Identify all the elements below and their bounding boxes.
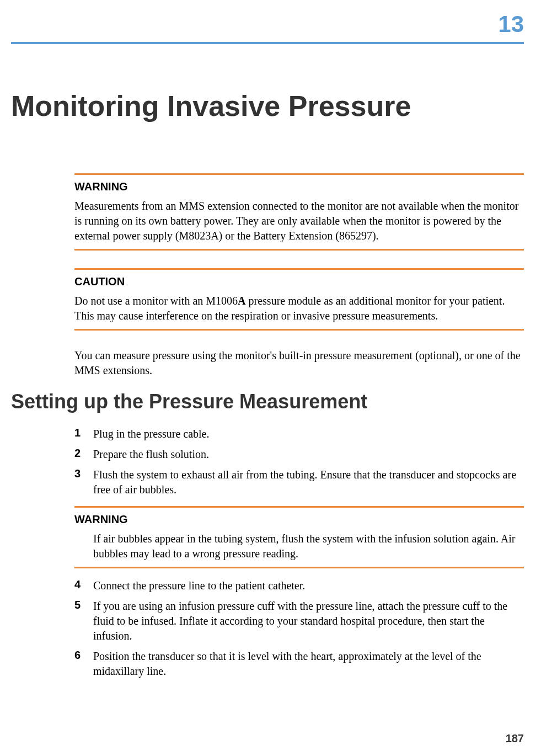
step-number: 3 xyxy=(74,467,93,480)
page-header: 13 xyxy=(0,0,557,44)
content-block: WARNING Measurements from an MMS extensi… xyxy=(74,173,524,378)
step-number: 1 xyxy=(74,427,93,439)
step-number: 6 xyxy=(74,649,93,662)
list-item: 6 Position the transducer so that it is … xyxy=(74,649,524,679)
admonition-rule-bottom xyxy=(74,567,524,568)
warning-block-2: WARNING If air bubbles appear in the tub… xyxy=(74,506,524,568)
header-rule xyxy=(11,42,524,44)
step-text: Prepare the flush solution. xyxy=(93,447,524,462)
admonition-rule-top xyxy=(74,268,524,270)
intro-paragraph: You can measure pressure using the monit… xyxy=(74,348,524,378)
list-item: 5 If you are using an infusion pressure … xyxy=(74,599,524,643)
caution-block-1: CAUTION Do not use a monitor with an M10… xyxy=(74,268,524,331)
steps-list: 1 Plug in the pressure cable. 2 Prepare … xyxy=(74,427,524,679)
caution-bold: A xyxy=(238,295,245,307)
caution-text: Do not use a monitor with an M1006A pres… xyxy=(74,294,524,323)
page-number: 187 xyxy=(506,732,524,745)
chapter-number: 13 xyxy=(0,11,557,38)
step-number: 4 xyxy=(74,578,93,591)
step-number: 2 xyxy=(74,447,93,460)
caution-label: CAUTION xyxy=(74,275,524,288)
step-text: If you are using an infusion pressure cu… xyxy=(93,599,524,643)
chapter-title: Monitoring Invasive Pressure xyxy=(11,89,557,123)
list-item: 1 Plug in the pressure cable. xyxy=(74,427,524,441)
list-item: 4 Connect the pressure line to the patie… xyxy=(74,578,524,593)
step-text: Position the transducer so that it is le… xyxy=(93,649,524,679)
section-heading: Setting up the Pressure Measurement xyxy=(11,390,557,413)
step-text: Plug in the pressure cable. xyxy=(93,427,524,441)
warning-text: Measurements from an MMS extension conne… xyxy=(74,199,524,243)
step-text: Connect the pressure line to the patient… xyxy=(93,578,524,593)
caution-prefix: Do not use a monitor with an M1006 xyxy=(74,295,238,307)
warning-block-1: WARNING Measurements from an MMS extensi… xyxy=(74,173,524,251)
list-item: 2 Prepare the flush solution. xyxy=(74,447,524,462)
admonition-rule-bottom xyxy=(74,249,524,251)
warning-label: WARNING xyxy=(74,180,524,193)
list-item: 3 Flush the system to exhaust all air fr… xyxy=(74,467,524,497)
admonition-rule-top xyxy=(74,506,524,508)
step-text: Flush the system to exhaust all air from… xyxy=(93,467,524,497)
admonition-rule-bottom xyxy=(74,329,524,331)
admonition-rule-top xyxy=(74,173,524,175)
step-number: 5 xyxy=(74,599,93,611)
warning-text: If air bubbles appear in the tubing syst… xyxy=(93,531,524,561)
warning-label: WARNING xyxy=(74,513,524,526)
